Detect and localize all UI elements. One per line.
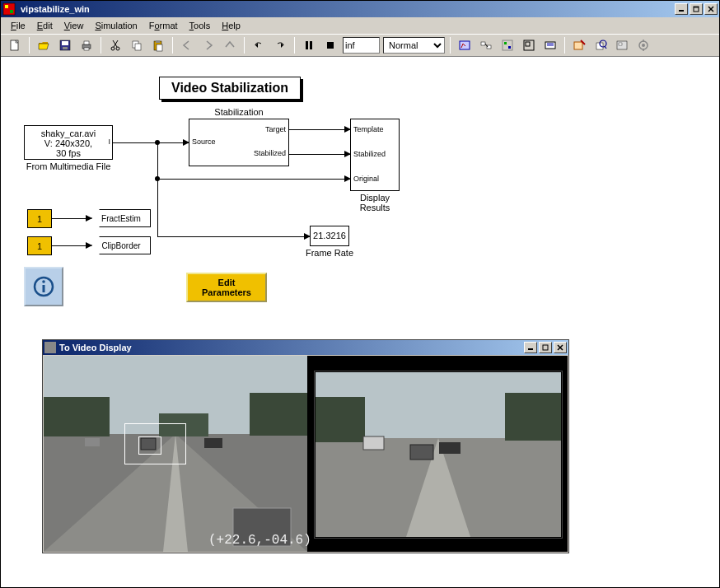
svg-rect-37 <box>504 42 507 44</box>
pause-button[interactable] <box>300 36 318 54</box>
open-button[interactable] <box>35 36 53 54</box>
svg-rect-27 <box>306 41 308 49</box>
svg-rect-24 <box>157 44 162 51</box>
svg-rect-44 <box>574 42 582 49</box>
video-close-button[interactable] <box>554 342 567 353</box>
menu-tools[interactable]: Tools <box>185 19 216 32</box>
app-icon <box>2 2 16 16</box>
tool-icon-4[interactable] <box>520 36 538 54</box>
coord-overlay: (+22.6,-04.6) <box>208 533 311 548</box>
minimize-button[interactable] <box>675 3 688 15</box>
window-title: vipstabilize_win <box>19 4 90 14</box>
menu-edit[interactable]: Edit <box>32 19 58 32</box>
simulation-time-input[interactable] <box>343 37 380 54</box>
stabilization-block[interactable]: Source Target Stabilized <box>189 119 289 166</box>
tool-icon-7[interactable] <box>591 36 610 54</box>
port-stabilized2: Stabilized <box>353 150 386 158</box>
tool-icon-5[interactable] <box>541 36 559 54</box>
svg-rect-72 <box>85 438 100 446</box>
svg-rect-29 <box>327 42 334 49</box>
tag-fractestim[interactable]: FractEstim <box>91 209 151 227</box>
menu-simulation[interactable]: Simulation <box>90 19 142 32</box>
port-stabilized: Stabilized <box>254 149 286 157</box>
undo-button[interactable] <box>250 36 268 54</box>
cut-button[interactable] <box>106 36 124 54</box>
source-line2: V: 240x320, <box>25 138 112 148</box>
svg-rect-38 <box>508 46 511 49</box>
display-label: Display Results <box>350 193 400 212</box>
model-title: Video Stabilization <box>159 77 301 100</box>
svg-line-17 <box>114 40 118 47</box>
info-button[interactable] <box>24 267 63 306</box>
menu-file[interactable]: File <box>6 19 30 32</box>
svg-rect-21 <box>135 44 141 50</box>
edit-parameters-button[interactable]: Edit Parameters <box>186 273 267 302</box>
source-block[interactable]: shaky_car.avi V: 240x320, 30 fps I <box>24 125 113 160</box>
menu-format[interactable]: Format <box>144 19 183 32</box>
svg-line-48 <box>605 46 606 49</box>
source-line1: shaky_car.avi <box>25 128 112 138</box>
svg-rect-68 <box>250 393 307 436</box>
new-button[interactable] <box>6 36 24 54</box>
tool-icon-2[interactable] <box>477 36 495 54</box>
forward-button[interactable] <box>199 36 217 54</box>
tool-icon-6[interactable] <box>570 36 588 54</box>
tool-icon-8[interactable] <box>613 36 631 54</box>
video-titlebar: To Video Display <box>43 340 568 355</box>
source-port: I <box>108 138 110 146</box>
tool-icon-9[interactable] <box>634 36 652 54</box>
source-line3: 30 fps <box>25 148 112 158</box>
svg-rect-33 <box>481 42 485 45</box>
paste-button[interactable] <box>149 36 167 54</box>
svg-rect-36 <box>503 40 512 50</box>
toolbar: Normal <box>1 34 719 57</box>
copy-button[interactable] <box>128 36 146 54</box>
port-source: Source <box>192 138 216 146</box>
maximize-button[interactable] <box>690 3 703 15</box>
stop-button[interactable] <box>321 36 339 54</box>
svg-rect-59 <box>543 345 548 350</box>
menu-help[interactable]: Help <box>217 19 245 32</box>
menu-view[interactable]: View <box>59 19 89 32</box>
titlebar: vipstabilize_win <box>1 1 719 17</box>
port-target: Target <box>265 125 286 133</box>
video-stabilized-border <box>314 371 563 539</box>
tag-clipborder[interactable]: ClipBorder <box>91 236 151 254</box>
svg-rect-1 <box>5 5 8 8</box>
redo-button[interactable] <box>271 36 289 54</box>
video-window: To Video Display <box>42 339 569 553</box>
svg-rect-12 <box>63 47 68 49</box>
tool-icon-3[interactable] <box>498 36 517 54</box>
video-maximize-button[interactable] <box>539 342 552 353</box>
svg-rect-2 <box>10 10 13 13</box>
svg-rect-40 <box>526 42 530 46</box>
up-button[interactable] <box>221 36 239 54</box>
svg-rect-28 <box>310 41 312 49</box>
save-button[interactable] <box>56 36 74 54</box>
tool-icon-1[interactable] <box>456 36 474 54</box>
svg-point-52 <box>642 44 645 47</box>
source-label: From Multimedia File <box>24 161 113 171</box>
const1-block[interactable]: 1 <box>27 209 52 228</box>
main-window: vipstabilize_win File Edit View Simulati… <box>0 0 720 588</box>
back-button[interactable] <box>178 36 196 54</box>
simulation-mode-select[interactable]: Normal <box>383 37 445 54</box>
close-button[interactable] <box>704 3 718 15</box>
video-content: (+22.6,-04.6) <box>44 356 568 552</box>
framerate-block[interactable]: 21.3216 <box>310 226 349 246</box>
display-block[interactable]: Template Stabilized Original <box>350 119 400 191</box>
svg-point-56 <box>42 280 45 283</box>
port-template: Template <box>353 125 384 133</box>
svg-rect-50 <box>619 43 622 45</box>
svg-rect-23 <box>156 40 160 43</box>
stabilization-label: Stabilization <box>189 107 289 117</box>
track-inner <box>138 436 161 455</box>
video-minimize-button[interactable] <box>524 342 537 353</box>
svg-rect-57 <box>43 285 45 292</box>
print-button[interactable] <box>77 36 96 54</box>
svg-point-19 <box>116 47 119 50</box>
const2-block[interactable]: 1 <box>27 236 52 255</box>
svg-rect-67 <box>44 397 110 436</box>
model-canvas[interactable]: Video Stabilization shaky_car.avi V: 240… <box>1 57 719 587</box>
framerate-label: Frame Rate <box>300 248 359 258</box>
